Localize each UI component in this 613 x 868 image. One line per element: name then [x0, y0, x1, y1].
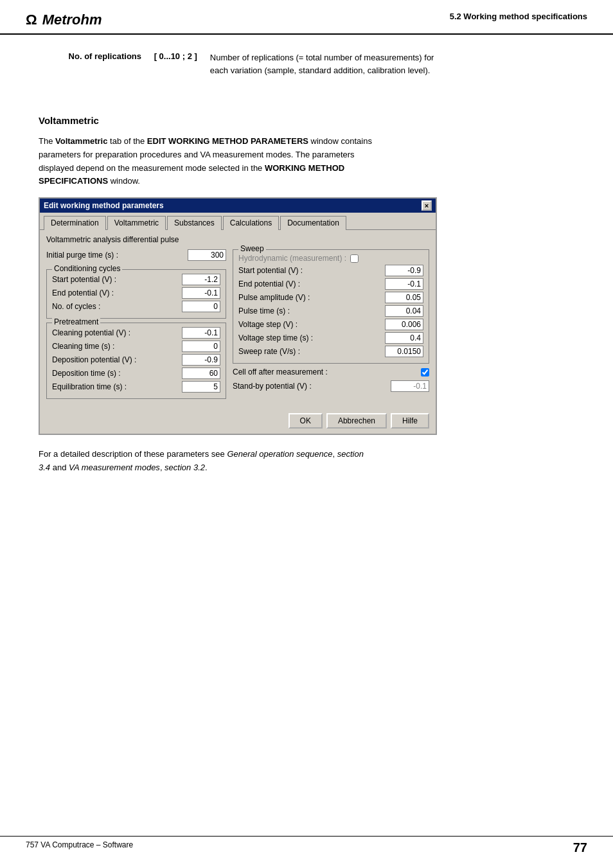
sweep-rate-label: Sweep rate (V/s) : [238, 347, 385, 356]
deposition-potential-label: Deposition potential (V) : [52, 355, 182, 364]
conditioning-end-input[interactable] [182, 287, 220, 299]
conditioning-group: Conditioning cycles Start potential (V) … [46, 269, 226, 319]
standby-potential-row: Stand-by potential (V) : [233, 380, 429, 392]
pulse-time-input[interactable] [385, 305, 423, 317]
sweep-end-row: End potential (V) : [238, 278, 423, 290]
ok-button[interactable]: OK [289, 413, 323, 429]
conditioning-cycles-row: No. of cycles : [52, 301, 220, 312]
abbrechen-button[interactable]: Abbrechen [326, 413, 387, 429]
tab-substances[interactable]: Substances [167, 216, 222, 230]
cell-off-row: Cell off after measurement : [233, 368, 429, 376]
voltammetric-heading: Voltammetric [39, 115, 574, 126]
right-column: Sweep Hydrodynamic (measurement) : Start… [233, 249, 429, 403]
sweep-start-row: Start potential (V) : [238, 265, 423, 276]
voltage-step-time-row: Voltage step time (s) : [238, 332, 423, 344]
initial-purge-label: Initial purge time (s) : [46, 251, 188, 260]
page-header: Ω Metrohm 5.2 Working method specificati… [0, 0, 613, 35]
footer-left-text: 757 VA Computrace – Software [26, 840, 133, 855]
dialog-body: Voltammetric analysis differential pulse… [40, 229, 436, 408]
sweep-start-label: Start potential (V) : [238, 266, 385, 275]
sweep-end-label: End potential (V) : [238, 279, 385, 288]
logo-omega-icon: Ω [26, 12, 37, 28]
cleaning-time-input[interactable] [182, 341, 220, 352]
dialog-wrapper: Edit working method parameters × Determi… [39, 197, 574, 435]
initial-purge-row: Initial purge time (s) : [46, 249, 226, 261]
conditioning-end-label: End potential (V) : [52, 288, 182, 297]
conditioning-title: Conditioning cycles [52, 264, 122, 273]
deposition-potential-input[interactable] [182, 354, 220, 366]
voltage-step-time-label: Voltage step time (s) : [238, 333, 385, 342]
replications-description: Number of replications (= total number o… [210, 51, 441, 76]
tab-determination[interactable]: Determination [44, 216, 106, 230]
dialog-columns: Initial purge time (s) : Conditioning cy… [46, 249, 429, 403]
pulse-amplitude-row: Pulse amplitude (V) : [238, 292, 423, 303]
logo-area: Ω Metrohm [26, 12, 102, 28]
edit-working-method-dialog: Edit working method parameters × Determi… [39, 197, 437, 435]
tab-voltammetric[interactable]: Voltammetric [107, 216, 166, 230]
conditioning-start-label: Start potential (V) : [52, 275, 182, 284]
conditioning-start-input[interactable] [182, 274, 220, 285]
replications-header: No. of replications [ 0...10 ; 2 ] [39, 51, 197, 61]
voltage-step-row: Voltage step (V) : [238, 319, 423, 330]
replications-label: No. of replications [39, 51, 141, 61]
conditioning-start-row: Start potential (V) : [52, 274, 220, 285]
sweep-title: Sweep [238, 244, 266, 253]
voltammetric-body: The Voltammetric tab of the EDIT WORKING… [39, 135, 373, 188]
voltage-step-input[interactable] [385, 319, 423, 330]
cleaning-time-row: Cleaning time (s) : [52, 341, 220, 352]
equilibration-time-input[interactable] [182, 381, 220, 393]
pulse-time-label: Pulse time (s) : [238, 306, 385, 315]
logo-name: Metrohm [42, 12, 102, 28]
replications-block: No. of replications [ 0...10 ; 2 ] Numbe… [39, 51, 574, 76]
footer-page-number: 77 [573, 840, 587, 855]
spacer1 [39, 96, 574, 109]
sweep-rate-row: Sweep rate (V/s) : [238, 346, 423, 357]
cleaning-potential-input[interactable] [182, 327, 220, 339]
pulse-amplitude-input[interactable] [385, 292, 423, 303]
hilfe-button[interactable]: Hilfe [391, 413, 429, 429]
dialog-footer: OK Abbrechen Hilfe [40, 408, 436, 434]
sweep-end-input[interactable] [385, 278, 423, 290]
footer-note: For a detailed description of these para… [39, 448, 373, 475]
pulse-time-row: Pulse time (s) : [238, 305, 423, 317]
sweep-rate-input[interactable] [385, 346, 423, 357]
hydrodynamic-label: Hydrodynamic (measurement) : [238, 254, 346, 263]
equilibration-time-row: Equilibration time (s) : [52, 381, 220, 393]
cell-off-label: Cell off after measurement : [233, 368, 421, 376]
pretreatment-group: Pretreatment Cleaning potential (V) : Cl… [46, 323, 226, 399]
left-column: Initial purge time (s) : Conditioning cy… [46, 249, 226, 403]
standby-potential-label: Stand-by potential (V) : [233, 382, 391, 391]
dialog-titlebar: Edit working method parameters × [40, 199, 436, 213]
deposition-time-row: Deposition time (s) : [52, 368, 220, 379]
cell-off-checkbox[interactable] [421, 368, 429, 376]
hydrodynamic-checkbox[interactable] [350, 254, 359, 263]
dialog-title: Edit working method parameters [44, 201, 164, 210]
tab-calculations[interactable]: Calculations [223, 216, 279, 230]
cleaning-potential-row: Cleaning potential (V) : [52, 327, 220, 339]
dialog-subtitle: Voltammetric analysis differential pulse [46, 235, 429, 244]
tab-documentation[interactable]: Documentation [280, 216, 346, 230]
equilibration-time-label: Equilibration time (s) : [52, 382, 182, 391]
standby-potential-input[interactable] [391, 380, 429, 392]
page: Ω Metrohm 5.2 Working method specificati… [0, 0, 613, 868]
initial-purge-input[interactable] [188, 249, 226, 261]
page-footer: 757 VA Computrace – Software 77 [0, 836, 613, 855]
hydrodynamic-row: Hydrodynamic (measurement) : [238, 254, 423, 263]
conditioning-cycles-input[interactable] [182, 301, 220, 312]
cleaning-time-label: Cleaning time (s) : [52, 342, 182, 351]
voltage-step-time-input[interactable] [385, 332, 423, 344]
pulse-amplitude-label: Pulse amplitude (V) : [238, 293, 385, 302]
dialog-close-button[interactable]: × [422, 200, 432, 211]
bottom-section: Cell off after measurement : Stand-by po… [233, 368, 429, 394]
deposition-time-input[interactable] [182, 368, 220, 379]
sweep-group: Sweep Hydrodynamic (measurement) : Start… [233, 249, 429, 364]
content-area: No. of replications [ 0...10 ; 2 ] Numbe… [0, 35, 613, 488]
cleaning-potential-label: Cleaning potential (V) : [52, 328, 182, 337]
deposition-potential-row: Deposition potential (V) : [52, 354, 220, 366]
replications-range: [ 0...10 ; 2 ] [154, 51, 197, 61]
pretreatment-title: Pretreatment [52, 317, 100, 326]
deposition-time-label: Deposition time (s) : [52, 369, 182, 378]
sweep-start-input[interactable] [385, 265, 423, 276]
dialog-tabs: Determination Voltammetric Substances Ca… [40, 213, 436, 229]
section-title: 5.2 Working method specifications [450, 12, 587, 21]
